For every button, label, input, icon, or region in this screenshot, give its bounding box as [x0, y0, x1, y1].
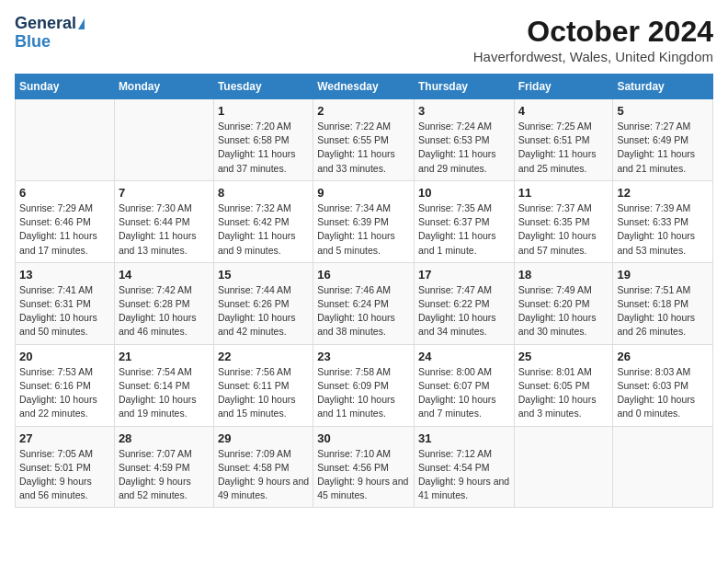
calendar-cell: 13Sunrise: 7:41 AMSunset: 6:31 PMDayligh… — [16, 262, 115, 344]
day-info: Sunrise: 7:12 AMSunset: 4:54 PMDaylight:… — [418, 447, 510, 503]
logo-general-text: General — [15, 15, 76, 33]
day-number: 26 — [617, 350, 709, 363]
calendar-cell: 14Sunrise: 7:42 AMSunset: 6:28 PMDayligh… — [114, 262, 213, 344]
logo-icon — [78, 18, 85, 29]
calendar-cell: 24Sunrise: 8:00 AMSunset: 6:07 PMDayligh… — [414, 344, 514, 426]
day-info: Sunrise: 7:07 AMSunset: 4:59 PMDaylight:… — [119, 447, 210, 503]
calendar-cell: 23Sunrise: 7:58 AMSunset: 6:09 PMDayligh… — [313, 344, 415, 426]
day-info: Sunrise: 7:41 AMSunset: 6:31 PMDaylight:… — [19, 283, 110, 339]
day-info: Sunrise: 7:46 AMSunset: 6:24 PMDaylight:… — [317, 283, 410, 339]
calendar-week-row: 27Sunrise: 7:05 AMSunset: 5:01 PMDayligh… — [16, 426, 713, 508]
day-number: 11 — [518, 186, 609, 200]
column-header-tuesday: Tuesday — [213, 75, 313, 99]
calendar-cell: 31Sunrise: 7:12 AMSunset: 4:54 PMDayligh… — [414, 426, 514, 508]
day-info: Sunrise: 7:30 AMSunset: 6:44 PMDaylight:… — [119, 201, 210, 258]
day-number: 3 — [418, 104, 510, 118]
day-number: 30 — [317, 431, 410, 445]
calendar-cell: 28Sunrise: 7:07 AMSunset: 4:59 PMDayligh… — [114, 426, 213, 508]
day-number: 15 — [218, 268, 309, 282]
calendar-cell: 30Sunrise: 7:10 AMSunset: 4:56 PMDayligh… — [313, 426, 415, 508]
day-number: 23 — [317, 350, 410, 363]
day-number: 14 — [119, 268, 210, 282]
day-number: 25 — [518, 350, 609, 363]
day-info: Sunrise: 8:00 AMSunset: 6:07 PMDaylight:… — [418, 365, 510, 421]
calendar-cell: 8Sunrise: 7:32 AMSunset: 6:42 PMDaylight… — [213, 180, 313, 262]
calendar-cell: 12Sunrise: 7:39 AMSunset: 6:33 PMDayligh… — [613, 180, 713, 262]
calendar-cell: 18Sunrise: 7:49 AMSunset: 6:20 PMDayligh… — [514, 262, 613, 344]
calendar-week-row: 6Sunrise: 7:29 AMSunset: 6:46 PMDaylight… — [16, 180, 713, 262]
day-info: Sunrise: 7:42 AMSunset: 6:28 PMDaylight:… — [119, 283, 210, 339]
page-header: General Blue October 2024 Haverfordwest,… — [15, 15, 713, 64]
calendar-cell — [514, 426, 613, 508]
day-info: Sunrise: 7:27 AMSunset: 6:49 PMDaylight:… — [617, 120, 709, 176]
calendar-cell: 2Sunrise: 7:22 AMSunset: 6:55 PMDaylight… — [313, 99, 415, 181]
day-info: Sunrise: 7:49 AMSunset: 6:20 PMDaylight:… — [518, 283, 609, 339]
title-block: October 2024 Haverfordwest, Wales, Unite… — [473, 15, 713, 64]
calendar-title: October 2024 — [473, 15, 713, 49]
day-info: Sunrise: 7:37 AMSunset: 6:35 PMDaylight:… — [518, 201, 609, 258]
calendar-subtitle: Haverfordwest, Wales, United Kingdom — [473, 49, 713, 64]
column-header-friday: Friday — [514, 75, 613, 99]
day-number: 9 — [317, 186, 410, 200]
calendar-cell: 6Sunrise: 7:29 AMSunset: 6:46 PMDaylight… — [16, 180, 115, 262]
calendar-cell: 7Sunrise: 7:30 AMSunset: 6:44 PMDaylight… — [114, 180, 213, 262]
day-number: 28 — [119, 431, 210, 445]
day-number: 22 — [218, 350, 309, 363]
day-info: Sunrise: 8:03 AMSunset: 6:03 PMDaylight:… — [617, 365, 709, 421]
calendar-cell: 19Sunrise: 7:51 AMSunset: 6:18 PMDayligh… — [613, 262, 713, 344]
calendar-cell: 25Sunrise: 8:01 AMSunset: 6:05 PMDayligh… — [514, 344, 613, 426]
calendar-cell: 15Sunrise: 7:44 AMSunset: 6:26 PMDayligh… — [213, 262, 313, 344]
day-number: 1 — [218, 104, 309, 118]
day-info: Sunrise: 7:29 AMSunset: 6:46 PMDaylight:… — [19, 201, 110, 258]
day-number: 16 — [317, 268, 410, 282]
day-info: Sunrise: 7:24 AMSunset: 6:53 PMDaylight:… — [418, 120, 510, 176]
day-number: 17 — [418, 268, 510, 282]
day-info: Sunrise: 7:09 AMSunset: 4:58 PMDaylight:… — [218, 447, 309, 503]
calendar-week-row: 13Sunrise: 7:41 AMSunset: 6:31 PMDayligh… — [16, 262, 713, 344]
column-header-wednesday: Wednesday — [313, 75, 415, 99]
day-info: Sunrise: 7:56 AMSunset: 6:11 PMDaylight:… — [218, 365, 309, 421]
day-number: 10 — [418, 186, 510, 200]
day-number: 20 — [19, 350, 110, 363]
calendar-cell: 17Sunrise: 7:47 AMSunset: 6:22 PMDayligh… — [414, 262, 514, 344]
day-number: 2 — [317, 104, 410, 118]
calendar-cell: 4Sunrise: 7:25 AMSunset: 6:51 PMDaylight… — [514, 99, 613, 181]
day-info: Sunrise: 7:20 AMSunset: 6:58 PMDaylight:… — [218, 120, 309, 176]
day-number: 27 — [19, 431, 110, 445]
day-number: 21 — [119, 350, 210, 363]
day-number: 29 — [218, 431, 309, 445]
calendar-cell: 1Sunrise: 7:20 AMSunset: 6:58 PMDaylight… — [213, 99, 313, 181]
day-number: 19 — [617, 268, 709, 282]
calendar-cell: 27Sunrise: 7:05 AMSunset: 5:01 PMDayligh… — [16, 426, 115, 508]
day-number: 5 — [617, 104, 709, 118]
day-info: Sunrise: 7:53 AMSunset: 6:16 PMDaylight:… — [19, 365, 110, 421]
day-number: 13 — [19, 268, 110, 282]
calendar-cell: 3Sunrise: 7:24 AMSunset: 6:53 PMDaylight… — [414, 99, 514, 181]
day-info: Sunrise: 7:47 AMSunset: 6:22 PMDaylight:… — [418, 283, 510, 339]
calendar-header-row: SundayMondayTuesdayWednesdayThursdayFrid… — [16, 75, 713, 99]
day-number: 12 — [617, 186, 709, 200]
column-header-monday: Monday — [114, 75, 213, 99]
calendar-cell: 11Sunrise: 7:37 AMSunset: 6:35 PMDayligh… — [514, 180, 613, 262]
calendar-cell: 16Sunrise: 7:46 AMSunset: 6:24 PMDayligh… — [313, 262, 415, 344]
day-info: Sunrise: 7:25 AMSunset: 6:51 PMDaylight:… — [518, 120, 609, 176]
day-info: Sunrise: 7:58 AMSunset: 6:09 PMDaylight:… — [317, 365, 410, 421]
calendar-cell: 9Sunrise: 7:34 AMSunset: 6:39 PMDaylight… — [313, 180, 415, 262]
day-number: 18 — [518, 268, 609, 282]
day-info: Sunrise: 7:51 AMSunset: 6:18 PMDaylight:… — [617, 283, 709, 339]
calendar-week-row: 1Sunrise: 7:20 AMSunset: 6:58 PMDaylight… — [16, 99, 713, 181]
calendar-cell: 26Sunrise: 8:03 AMSunset: 6:03 PMDayligh… — [613, 344, 713, 426]
calendar-table: SundayMondayTuesdayWednesdayThursdayFrid… — [15, 74, 713, 508]
day-info: Sunrise: 7:35 AMSunset: 6:37 PMDaylight:… — [418, 201, 510, 258]
column-header-saturday: Saturday — [613, 75, 713, 99]
day-info: Sunrise: 7:34 AMSunset: 6:39 PMDaylight:… — [317, 201, 410, 258]
day-info: Sunrise: 7:39 AMSunset: 6:33 PMDaylight:… — [617, 201, 709, 258]
calendar-cell — [16, 99, 115, 181]
calendar-cell: 21Sunrise: 7:54 AMSunset: 6:14 PMDayligh… — [114, 344, 213, 426]
column-header-sunday: Sunday — [16, 75, 115, 99]
day-number: 6 — [19, 186, 110, 200]
calendar-cell — [613, 426, 713, 508]
day-info: Sunrise: 8:01 AMSunset: 6:05 PMDaylight:… — [518, 365, 609, 421]
calendar-cell — [114, 99, 213, 181]
calendar-cell: 29Sunrise: 7:09 AMSunset: 4:58 PMDayligh… — [213, 426, 313, 508]
